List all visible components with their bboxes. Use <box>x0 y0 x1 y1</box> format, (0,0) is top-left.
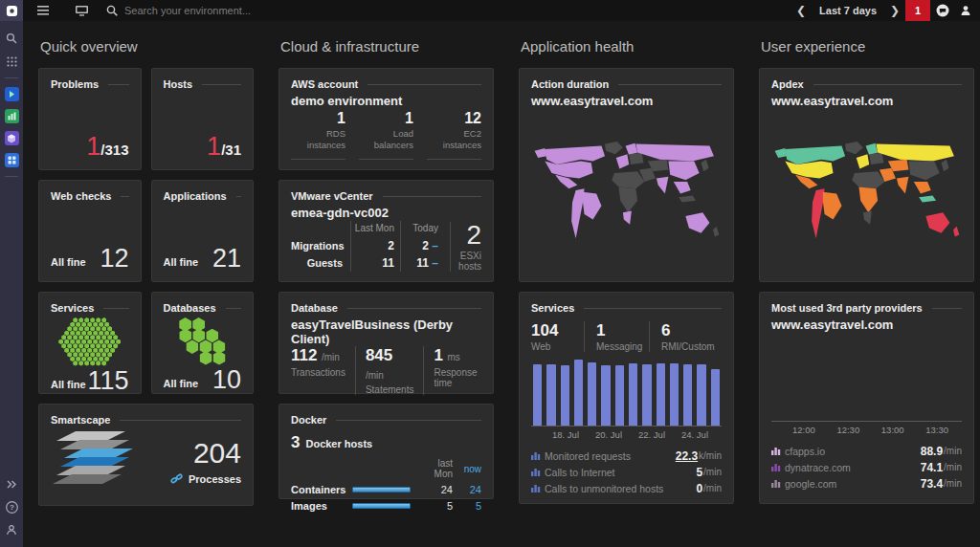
column-cloud-infrastructure: Cloud & infrastructure AWS account demo … <box>278 34 494 547</box>
map-region-alaska <box>775 148 788 158</box>
tile-docker[interactable]: Docker 3Docker hosts last Mon now Contai… <box>278 404 494 499</box>
map-region-europe_east <box>629 152 643 164</box>
apps-grid-icon[interactable] <box>0 50 23 73</box>
map-region-new_zealand <box>953 226 959 236</box>
application-name: www.easytravel.com <box>771 94 962 108</box>
services-count: 115 <box>87 368 128 394</box>
map-region-canada <box>545 145 605 164</box>
top-bar: ❮ Last 7 days ❯ 1 <box>0 0 980 21</box>
pinned-app-icon-2[interactable] <box>5 109 19 123</box>
chevron-left-icon[interactable]: ❮ <box>792 4 810 17</box>
row-cfapps[interactable]: cfapps.io 88.9/min <box>771 443 962 459</box>
sidebar-search-icon[interactable] <box>0 27 23 50</box>
tile-title: Apdex <box>771 78 804 90</box>
map-region-greenland <box>845 141 863 153</box>
tile-database[interactable]: Database easyTravelBusiness (Derby Clien… <box>278 292 494 394</box>
map-region-africa_central <box>858 186 878 212</box>
map-region-europe_east <box>869 152 883 164</box>
column-application-health: Application health Action duration www.e… <box>519 34 734 547</box>
tile-web-checks[interactable]: Web checks All fine 12 <box>38 180 142 282</box>
docker-table: last Mon now Containers 24 24 Images 5 5 <box>291 458 481 512</box>
time-range-selector[interactable]: Last 7 days <box>812 5 884 16</box>
tile-title: Hosts <box>164 78 193 90</box>
mini-bar-icon <box>771 479 785 488</box>
row-calls-unmonitored[interactable]: Calls to unmonitored hosts 0/min <box>531 480 722 496</box>
map-region-africa_south <box>623 210 632 224</box>
hosts-count: 1/31 <box>164 134 242 160</box>
docker-hosts-metric: 3Docker hosts <box>291 433 481 452</box>
status-label: All fine <box>51 256 86 272</box>
map-region-sa_west <box>812 188 824 238</box>
user-icon[interactable] <box>955 0 976 21</box>
map-region-africa_north <box>852 171 884 188</box>
row-google[interactable]: google.com 73.4/min <box>771 475 962 492</box>
mini-bar-icon <box>771 447 785 455</box>
profile-icon[interactable] <box>0 518 23 541</box>
expand-sidebar-icon[interactable] <box>0 472 23 495</box>
row-dynatrace[interactable]: dynatrace.com 74.1/min <box>771 459 962 475</box>
action-duration-world-map <box>531 108 722 272</box>
section-title: User experience <box>761 38 974 55</box>
map-region-russia <box>876 143 954 161</box>
column-quick-overview: Quick overview Problems 1/313 Hosts 1/31… <box>38 34 254 547</box>
tile-services-health[interactable]: Services 104Web 1Messaging 6RMI/Custom 1… <box>519 292 734 504</box>
chevron-right-icon[interactable]: ❯ <box>886 4 903 17</box>
service-kv-rows: Monitored requests 22.3k/min Calls to In… <box>531 448 722 496</box>
pinned-app-icon-1[interactable] <box>5 87 19 101</box>
metric-rmi-custom: 6RMI/Custom <box>661 321 715 352</box>
tile-problems[interactable]: Problems 1/313 <box>38 68 142 170</box>
map-region-se_asia <box>914 182 931 194</box>
tile-vmware-vcenter[interactable]: VMware vCenter emea-gdn-vc002 Last Mon T… <box>278 180 494 282</box>
tile-title: Database <box>291 302 338 314</box>
tile-action-duration[interactable]: Action duration www.easytravel.com <box>519 68 734 282</box>
metric-web: 104Web <box>531 321 585 352</box>
tile-title: AWS account <box>291 78 358 90</box>
web-checks-count: 12 <box>100 246 128 272</box>
svg-text:?: ? <box>10 503 14 512</box>
map-region-usa <box>785 161 833 178</box>
tile-apdex[interactable]: Apdex www.easytravel.com <box>759 68 974 282</box>
map-region-china <box>908 161 939 180</box>
map-region-indonesia <box>679 195 696 202</box>
database-name: easyTravelBusiness (Derby Client) <box>291 317 481 346</box>
tile-title: Applications <box>164 190 227 202</box>
search-icon <box>100 0 124 21</box>
map-region-australia <box>925 212 949 233</box>
smartscape-layers-icon <box>51 431 139 491</box>
map-region-europe_west <box>857 154 869 168</box>
map-region-china <box>668 161 699 180</box>
tile-title: VMware vCenter <box>291 190 373 202</box>
sidebar-divider <box>5 77 18 78</box>
map-region-brazil <box>823 191 842 219</box>
vcenter-name: emea-gdn-vc002 <box>291 206 481 220</box>
map-region-africa_north <box>612 171 644 188</box>
tile-aws-account[interactable]: AWS account demo environment 1RDS instan… <box>278 68 494 170</box>
map-region-usa <box>545 161 592 178</box>
tile-smartscape[interactable]: Smartscape 204 Proce <box>38 404 254 506</box>
tile-services[interactable]: Services All fine 115 <box>38 292 142 394</box>
help-icon[interactable]: ? <box>0 495 23 518</box>
tile-title: Services <box>51 302 94 314</box>
pinned-app-icon-4[interactable] <box>5 153 19 167</box>
search-input[interactable] <box>124 5 412 16</box>
metric-statements: 845 /minStatements <box>366 346 425 395</box>
mini-bar-icon <box>531 484 545 492</box>
hamburger-menu-icon[interactable] <box>31 0 56 21</box>
status-label: All fine <box>51 379 86 394</box>
tile-applications[interactable]: Applications All fine 21 <box>151 180 255 282</box>
row-calls-internet[interactable]: Calls to Internet 5/min <box>531 464 722 480</box>
tile-databases[interactable]: Databases All fine 10 <box>151 292 255 394</box>
problems-badge[interactable]: 1 <box>905 0 930 21</box>
vmware-table: Last Mon Today Migrations 2 2 – Guests 1… <box>291 221 444 272</box>
dynatrace-logo[interactable] <box>0 0 23 21</box>
row-monitored-requests[interactable]: Monitored requests 22.3k/min <box>531 448 722 464</box>
tile-3rd-party-providers[interactable]: Most used 3rd party providers www.easytr… <box>759 292 974 504</box>
tile-hosts[interactable]: Hosts 1/31 <box>151 68 255 170</box>
map-region-australia <box>685 212 709 233</box>
map-region-brazil <box>583 191 602 219</box>
pinned-app-icon-3[interactable] <box>5 131 19 145</box>
dashboards-icon[interactable] <box>69 0 94 21</box>
status-label: All fine <box>164 256 199 272</box>
chat-icon[interactable] <box>932 0 953 21</box>
databases-honeycomb-icon <box>164 317 242 365</box>
